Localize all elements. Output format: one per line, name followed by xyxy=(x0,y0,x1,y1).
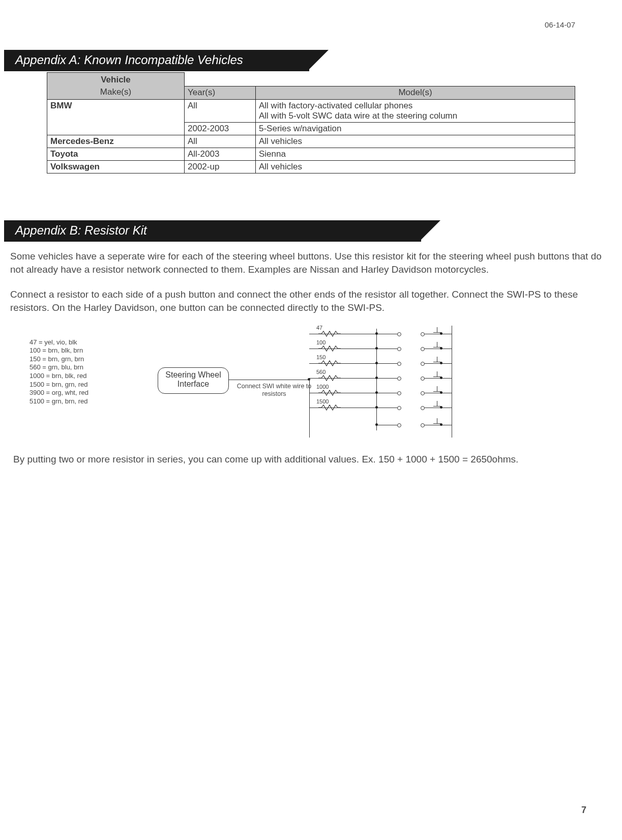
ladder-rung: 1000 xyxy=(309,387,453,396)
resistor-legend-line: 3900 = org, wht, red xyxy=(29,389,88,397)
document-date: 06-14-07 xyxy=(545,20,575,29)
col-vehicle: Vehicle xyxy=(47,73,185,86)
resistor-legend-line: 1500 = brn, grn, red xyxy=(29,381,88,389)
table-row: Volkswagen 2002-up All vehicles xyxy=(47,161,575,173)
appendix-b-para2: Connect a resistor to each side of a pus… xyxy=(10,288,612,314)
resistor-diagram: 47 = yel, vio, blk100 = brn, blk, brn150… xyxy=(0,326,622,443)
appendix-b-para1: Some vehicles have a seperate wire for e… xyxy=(10,250,612,276)
table-row: BMW All All with factory-activated cellu… xyxy=(47,100,575,123)
resistor-legend-line: 100 = brn, blk, brn xyxy=(29,346,88,355)
connect-note: Connect SWI white wire to resistors xyxy=(236,383,312,398)
appendix-b-para3: By putting two or more resistor in serie… xyxy=(13,453,609,466)
ladder-rung xyxy=(309,419,453,428)
push-button-switch-icon xyxy=(399,347,423,352)
resistor-legend-line: 1000 = brn, blk, red xyxy=(29,372,88,381)
resistor-legend-line: 5100 = grn, brn, red xyxy=(29,397,88,406)
table-row: Mercedes-Benz All All vehicles xyxy=(47,135,575,148)
incompatible-vehicles-table: Vehicle Make(s) Year(s) Model(s) BMW All… xyxy=(47,72,575,173)
ladder-rung: 150 xyxy=(309,358,453,367)
ladder-rung: 47 xyxy=(309,328,453,337)
push-button-switch-icon xyxy=(399,423,423,428)
resistor-value-label: 1500 xyxy=(316,398,329,404)
table-row: Toyota All-2003 Sienna xyxy=(47,148,575,161)
resistor-value-label: 100 xyxy=(316,339,325,345)
resistor-legend: 47 = yel, vio, blk100 = brn, blk, brn150… xyxy=(29,338,88,406)
resistor-value-label: 47 xyxy=(316,325,322,331)
col-years: Year(s) xyxy=(185,86,256,100)
resistor-legend-line: 150 = brn, grn, brn xyxy=(29,355,88,364)
appendix-a-header: Appendix A: Known Incompatible Vehicles xyxy=(4,50,309,71)
ladder-rung: 100 xyxy=(309,343,453,352)
resistor-legend-line: 560 = grn, blu, brn xyxy=(29,363,88,372)
resistor-legend-line: 47 = yel, vio, blk xyxy=(29,338,88,347)
page-number: 7 xyxy=(581,805,586,816)
push-button-switch-icon xyxy=(399,406,423,411)
col-models: Model(s) xyxy=(256,86,575,100)
push-button-switch-icon xyxy=(399,376,423,381)
resistor-value-label: 1000 xyxy=(316,384,329,390)
resistor-ladder: 4710015056010001500 xyxy=(309,326,457,438)
push-button-switch-icon xyxy=(399,391,423,396)
push-button-switch-icon xyxy=(399,362,423,366)
resistor-value-label: 150 xyxy=(316,354,325,360)
resistor-value-label: 560 xyxy=(316,369,325,375)
appendix-b-header: Appendix B: Resistor Kit xyxy=(4,220,421,242)
ladder-rung: 560 xyxy=(309,372,453,382)
push-button-switch-icon xyxy=(399,332,423,337)
steering-wheel-interface-box: Steering Wheel Interface xyxy=(158,367,229,394)
ladder-rung: 1500 xyxy=(309,402,453,411)
col-makes: Make(s) xyxy=(47,86,185,100)
